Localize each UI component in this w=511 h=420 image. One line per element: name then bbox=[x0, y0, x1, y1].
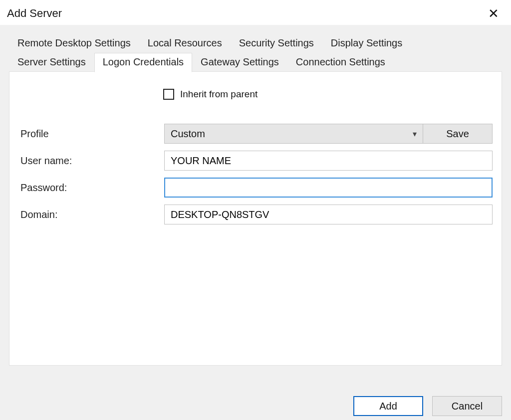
profile-combobox[interactable]: Custom ▾ bbox=[164, 124, 423, 144]
profile-label: Profile bbox=[18, 128, 164, 140]
chevron-down-icon: ▾ bbox=[413, 129, 417, 139]
save-button[interactable]: Save bbox=[423, 124, 493, 144]
dialog-footer: Add Cancel bbox=[353, 396, 502, 416]
username-label: User name: bbox=[18, 155, 164, 167]
password-input[interactable] bbox=[164, 178, 493, 198]
tab-server-settings[interactable]: Server Settings bbox=[9, 53, 94, 72]
close-icon[interactable]: ✕ bbox=[483, 5, 504, 22]
add-button[interactable]: Add bbox=[353, 396, 423, 416]
profile-value: Custom bbox=[171, 128, 205, 140]
tab-panel-logon-credentials: Inherit from parent Profile Custom ▾ Sav… bbox=[9, 71, 502, 366]
tabstrip: Remote Desktop Settings Local Resources … bbox=[9, 34, 502, 72]
tab-remote-desktop-settings[interactable]: Remote Desktop Settings bbox=[9, 34, 139, 53]
inherit-label: Inherit from parent bbox=[180, 89, 257, 100]
client-area: Remote Desktop Settings Local Resources … bbox=[0, 25, 511, 420]
password-label: Password: bbox=[18, 182, 164, 194]
tab-security-settings[interactable]: Security Settings bbox=[231, 34, 322, 53]
tab-display-settings[interactable]: Display Settings bbox=[322, 34, 411, 53]
tab-local-resources[interactable]: Local Resources bbox=[139, 34, 231, 53]
domain-label: Domain: bbox=[18, 209, 164, 220]
tab-logon-credentials[interactable]: Logon Credentials bbox=[94, 53, 192, 72]
tab-connection-settings[interactable]: Connection Settings bbox=[287, 53, 394, 72]
titlebar: Add Server ✕ bbox=[0, 0, 511, 25]
domain-input[interactable] bbox=[164, 205, 493, 224]
tab-gateway-settings[interactable]: Gateway Settings bbox=[192, 53, 287, 72]
inherit-checkbox[interactable] bbox=[163, 89, 174, 100]
username-input[interactable] bbox=[164, 151, 493, 171]
window-title: Add Server bbox=[7, 7, 62, 20]
cancel-button[interactable]: Cancel bbox=[432, 396, 502, 416]
